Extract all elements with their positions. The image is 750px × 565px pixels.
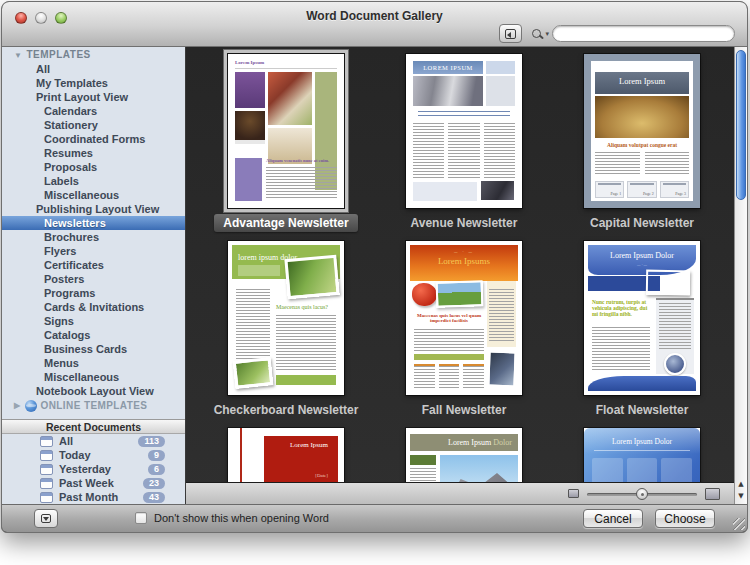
thumbnail-size-slider[interactable] — [587, 488, 697, 500]
people-photo — [413, 76, 483, 106]
large-thumbnails-icon[interactable] — [705, 488, 720, 500]
recent-item-past-week[interactable]: Past Week 23 — [2, 476, 185, 490]
sidebar-item-menus[interactable]: Menus — [2, 356, 185, 370]
template-thumbnail[interactable]: Lorem Ipsum [Date] — [228, 428, 344, 485]
template-thumbnail[interactable]: Lorem Ipsum Aliquam volutpat congue erat… — [584, 54, 700, 208]
template-card-red[interactable]: Lorem Ipsum [Date] — [197, 421, 375, 485]
sidebar-item-programs[interactable]: Programs — [2, 286, 185, 300]
template-label: Avenue Newsletter — [402, 214, 527, 232]
template-label: Fall Newsletter — [413, 401, 516, 419]
search-menu-caret-icon[interactable]: ▾ — [545, 30, 549, 38]
sidebar-item-certificates[interactable]: Certificates — [2, 258, 185, 272]
sidebar-item-catalogs[interactable]: Catalogs — [2, 328, 185, 342]
small-thumbnails-icon[interactable] — [568, 489, 579, 498]
sidebar-item-brochures[interactable]: Brochures — [2, 230, 185, 244]
count-badge: 9 — [148, 450, 165, 461]
cancel-button[interactable]: Cancel — [583, 509, 643, 528]
sidebar-item-coordinated-forms[interactable]: Coordinated Forms — [2, 132, 185, 146]
template-preview: — · — Lorem Ipsums Maecenas quis lacus v… — [406, 241, 522, 395]
template-thumbnail[interactable]: Lorem Ipsum Dolor — · — Nunc rutrum, tur… — [584, 241, 700, 395]
titlebar[interactable]: Word Document Gallery ▾ — [2, 2, 747, 47]
bottom-bar: Don't show this when opening Word Cancel… — [2, 504, 747, 532]
vertical-scrollbar[interactable]: ▲ ▼ — [734, 47, 747, 504]
template-card-checkerboard[interactable]: lorem ipsum dolor Maecenas quis lacus? C… — [197, 234, 375, 421]
sidebar-item-calendars[interactable]: Calendars — [2, 104, 185, 118]
template-card-fall[interactable]: — · — Lorem Ipsums Maecenas quis lacus v… — [375, 234, 553, 421]
dont-show-checkbox[interactable] — [135, 512, 147, 524]
template-thumbnail[interactable]: LOREM IPSUM — [406, 54, 522, 208]
search-control: ▾ — [532, 25, 735, 42]
family-photo — [487, 351, 516, 388]
phone-call-photo — [646, 270, 690, 296]
template-grid: Lorem Ipsum Aliquam venenatis nunc at en… — [186, 47, 734, 485]
template-thumbnail[interactable]: Lorem Ipsum Dolor — [584, 428, 700, 485]
panel-down-icon — [41, 514, 51, 523]
scroll-down-arrow[interactable]: ▼ — [735, 490, 747, 502]
globe-icon — [25, 400, 37, 412]
scrollbar-thumb[interactable] — [736, 50, 746, 200]
park-photo — [436, 280, 484, 308]
template-thumbnail[interactable]: lorem ipsum dolor Maecenas quis lacus? — [228, 241, 344, 395]
sidebar-item-miscellaneous-publishing[interactable]: Miscellaneous — [2, 370, 185, 384]
food-photo — [268, 72, 312, 125]
template-label: Capital Newsletter — [581, 214, 703, 232]
sidebar-item-signs[interactable]: Signs — [2, 314, 185, 328]
hands-photo — [480, 180, 515, 201]
search-input[interactable] — [552, 25, 735, 42]
search-icon[interactable] — [532, 29, 541, 38]
sidebar-item-all[interactable]: All — [2, 62, 185, 76]
dont-show-label: Don't show this when opening Word — [154, 512, 329, 524]
sidebar-item-my-templates[interactable]: My Templates — [2, 76, 185, 90]
recent-item-yesterday[interactable]: Yesterday 6 — [2, 462, 185, 476]
sidebar-item-miscellaneous-print[interactable]: Miscellaneous — [2, 188, 185, 202]
template-label: Advantage Newsletter — [214, 214, 357, 232]
template-thumbnail[interactable]: — · — Lorem Ipsums Maecenas quis lacus v… — [406, 241, 522, 395]
template-preview: lorem ipsum dolor Maecenas quis lacus? — [228, 241, 344, 395]
recent-item-past-month[interactable]: Past Month 43 — [2, 490, 185, 504]
template-thumbnail[interactable]: Lorem Ipsum Aliquam venenatis nunc at en… — [228, 54, 344, 208]
sidebar-item-business-cards[interactable]: Business Cards — [2, 342, 185, 356]
window-title: Word Document Gallery — [2, 9, 747, 23]
template-preview: Lorem Ipsum [Date] — [228, 428, 344, 485]
recent-item-all[interactable]: All 113 — [2, 434, 185, 448]
template-card-float[interactable]: Lorem Ipsum Dolor — · — Nunc rutrum, tur… — [553, 234, 731, 421]
word-document-gallery-window: Word Document Gallery ▾ ▼TEMPLATES All M… — [1, 1, 748, 533]
sidebar-item-posters[interactable]: Posters — [2, 272, 185, 286]
template-thumbnail[interactable]: Lorem Ipsum Dolor — [406, 428, 522, 485]
calendar-icon — [40, 436, 53, 447]
recent-item-today[interactable]: Today 9 — [2, 448, 185, 462]
sidebar-item-notebook-layout-view[interactable]: Notebook Layout View — [2, 384, 185, 398]
template-card-blue[interactable]: Lorem Ipsum Dolor — [553, 421, 731, 485]
sidebar-item-resumes[interactable]: Resumes — [2, 146, 185, 160]
templates-section-header[interactable]: ▼TEMPLATES — [2, 47, 185, 62]
count-badge: 23 — [143, 478, 165, 489]
collapse-panel-button[interactable] — [34, 509, 58, 528]
disclosure-right-icon: ▶ — [14, 401, 21, 410]
cake-photo — [235, 111, 265, 144]
choose-button[interactable]: Choose — [655, 509, 715, 528]
resize-grip[interactable] — [733, 518, 745, 530]
template-card-advantage[interactable]: Lorem Ipsum Aliquam venenatis nunc at en… — [197, 47, 375, 234]
sidebar-item-proposals[interactable]: Proposals — [2, 160, 185, 174]
calendar-icon — [40, 492, 53, 503]
sidebar-item-newsletters[interactable]: Newsletters — [2, 216, 185, 230]
template-preview: Lorem Ipsum Aliquam venenatis nunc at en… — [228, 54, 344, 208]
sidebar-item-cards-invitations[interactable]: Cards & Invitations — [2, 300, 185, 314]
calendar-icon — [40, 450, 53, 461]
sidebar-item-online-templates[interactable]: ▶ ONLINE TEMPLATES — [2, 398, 185, 413]
count-badge: 6 — [148, 464, 165, 475]
sidebar-item-publishing-layout-view[interactable]: Publishing Layout View — [2, 202, 185, 216]
template-card-capital[interactable]: Lorem Ipsum Aliquam volutpat congue erat… — [553, 47, 731, 234]
sidebar-item-stationery[interactable]: Stationery — [2, 118, 185, 132]
template-preview: Lorem Ipsum Dolor — [406, 428, 522, 485]
sidebar-item-labels[interactable]: Labels — [2, 174, 185, 188]
template-label: Checkerboard Newsletter — [205, 401, 368, 419]
template-card-modern[interactable]: Lorem Ipsum Dolor — [375, 421, 553, 485]
sidebar-item-flyers[interactable]: Flyers — [2, 244, 185, 258]
sidebar-toggle-button[interactable] — [499, 24, 522, 43]
sidebar-item-print-layout-view[interactable]: Print Layout View — [2, 90, 185, 104]
scroll-up-arrow[interactable]: ▲ — [735, 478, 747, 490]
slider-knob[interactable] — [636, 488, 648, 500]
sidebar: ▼TEMPLATES All My Templates Print Layout… — [2, 47, 186, 504]
template-card-avenue[interactable]: LOREM IPSUM Avenue Newsletter — [375, 47, 553, 234]
